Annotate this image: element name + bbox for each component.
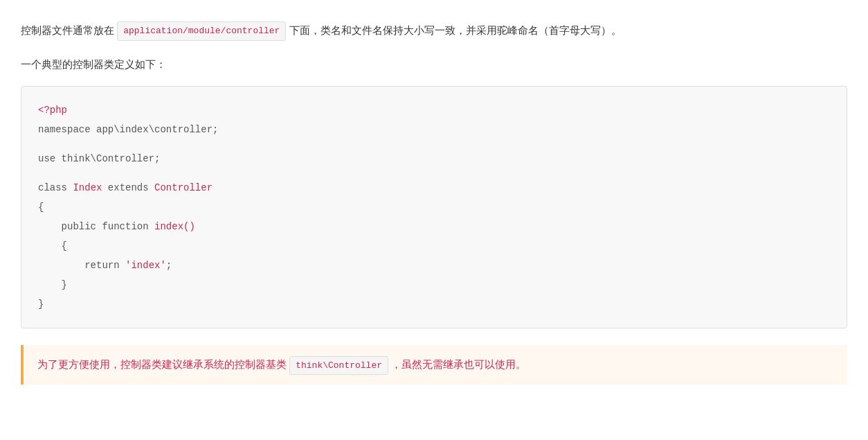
code-line-8: return 'index';	[38, 256, 830, 275]
notice-text: 为了更方便使用，控制器类建议继承系统的控制器基类 think\Controlle…	[37, 355, 526, 375]
class-brace-close: }	[38, 299, 44, 310]
code-line-2: namespace app\index\controller;	[38, 120, 830, 139]
class-index: Index	[73, 182, 102, 193]
code-line-4: class Index extends Controller	[38, 178, 830, 197]
php-tag: <?php	[38, 105, 67, 116]
code-line-1: <?php	[38, 100, 830, 120]
notice-code: think\Controller	[289, 356, 388, 375]
method-brace-close: }	[38, 279, 67, 290]
brace-open: {	[38, 202, 44, 213]
intro-text-after: 下面，类名和文件名保持大小写一致，并采用驼峰命名（首字母大写）。	[289, 24, 622, 36]
return-kw: return	[84, 260, 125, 271]
code-blank-2	[38, 168, 830, 178]
notice-text2: ，虽然无需继承也可以使用。	[391, 358, 526, 370]
extends-kw: extends	[102, 182, 154, 193]
class-kw: class	[38, 182, 73, 193]
path-code: application/module/controller	[117, 21, 286, 42]
code-line-6: public function index()	[38, 217, 830, 236]
use-text: use think\Controller;	[38, 153, 160, 164]
code-line-7: {	[38, 236, 830, 256]
method-brace-open: {	[38, 240, 67, 252]
code-line-10: }	[38, 294, 830, 314]
class-controller: Controller	[154, 182, 213, 193]
method-indent	[38, 221, 62, 232]
semicolon: ;	[166, 260, 172, 271]
return-value: 'index'	[125, 260, 166, 271]
public-kw: public function	[62, 221, 154, 232]
code-blank-1	[38, 139, 830, 149]
code-line-3: use think\Controller;	[38, 149, 830, 168]
code-line-5: {	[38, 197, 830, 217]
section-title: 一个典型的控制器类定义如下：	[21, 55, 847, 73]
code-block: <?php namespace app\index\controller; us…	[21, 86, 847, 328]
return-indent	[38, 260, 84, 271]
namespace-text: namespace app\index\controller;	[38, 124, 218, 135]
code-line-9: }	[38, 275, 830, 294]
intro-text-before: 控制器文件通常放在	[21, 24, 114, 36]
notice-text1: 为了更方便使用，控制器类建议继承系统的控制器基类	[37, 358, 287, 370]
intro-paragraph: 控制器文件通常放在 application/module/controller …	[21, 21, 847, 41]
method-name: index()	[154, 221, 195, 232]
notice-box: 为了更方便使用，控制器类建议继承系统的控制器基类 think\Controlle…	[21, 345, 847, 385]
